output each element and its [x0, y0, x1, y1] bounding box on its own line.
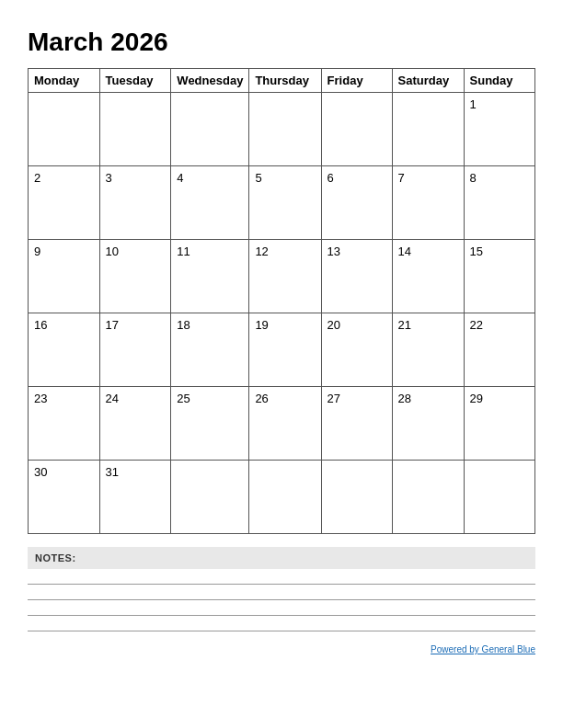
day-number: 8: [470, 171, 477, 185]
calendar-day: 2: [29, 166, 100, 240]
day-number: 1: [470, 97, 477, 111]
calendar-day: [249, 461, 321, 534]
day-number: 14: [398, 245, 411, 258]
calendar-day: 25: [171, 387, 249, 461]
notes-line: [28, 599, 535, 600]
calendar-day: 5: [249, 166, 321, 240]
day-number: 13: [327, 245, 340, 258]
day-number: 15: [470, 245, 483, 258]
day-number: 16: [34, 318, 47, 332]
day-number: 24: [106, 392, 119, 405]
calendar-day: 23: [29, 387, 100, 461]
calendar-week-6: 3031: [29, 461, 535, 534]
calendar-week-4: 16171819202122: [29, 313, 535, 387]
day-number: 29: [470, 392, 483, 405]
day-number: 31: [106, 465, 119, 479]
calendar-day: 24: [99, 387, 171, 461]
day-number: 7: [398, 171, 405, 185]
page-title: March 2026: [28, 28, 535, 57]
day-number: 12: [255, 245, 268, 258]
calendar-day: 20: [321, 313, 392, 387]
calendar-week-1: 1: [29, 93, 535, 166]
calendar-day: 18: [171, 313, 249, 387]
day-number: 28: [398, 392, 411, 405]
calendar-day: 7: [392, 166, 464, 240]
calendar-day: 11: [171, 240, 249, 313]
calendar-day: 6: [321, 166, 392, 240]
calendar-header-wednesday: Wednesday: [171, 69, 249, 93]
calendar-week-5: 23242526272829: [29, 387, 535, 461]
calendar-day: [99, 93, 171, 166]
calendar-day: 4: [171, 166, 249, 240]
day-number: 25: [177, 392, 190, 405]
calendar-day: 16: [29, 313, 100, 387]
calendar-header-row: MondayTuesdayWednesdayThursdayFridaySatu…: [29, 69, 535, 93]
day-number: 19: [255, 318, 268, 332]
calendar-header-sunday: Sunday: [464, 69, 534, 93]
calendar-header-thursday: Thursday: [249, 69, 321, 93]
calendar-day: [171, 461, 249, 534]
calendar-day: 13: [321, 240, 392, 313]
notes-line: [28, 615, 535, 616]
day-number: 27: [327, 392, 340, 405]
day-number: 23: [34, 392, 47, 405]
calendar-day: 15: [464, 240, 534, 313]
day-number: 26: [255, 392, 268, 405]
day-number: 10: [106, 245, 119, 258]
calendar-day: 12: [249, 240, 321, 313]
calendar-day: [392, 93, 464, 166]
day-number: 4: [177, 171, 183, 185]
calendar-day: 8: [464, 166, 534, 240]
calendar-day: [29, 93, 100, 166]
notes-label: NOTES:: [28, 547, 535, 569]
powered-by-link[interactable]: Powered by General Blue: [431, 644, 535, 654]
calendar-day: 22: [464, 313, 534, 387]
calendar-day: 1: [464, 93, 534, 166]
calendar-day: 21: [392, 313, 464, 387]
calendar-day: [392, 461, 464, 534]
calendar-day: [321, 93, 392, 166]
day-number: 18: [177, 318, 190, 332]
day-number: 6: [327, 171, 334, 185]
calendar-day: [171, 93, 249, 166]
calendar-header-monday: Monday: [29, 69, 100, 93]
day-number: 17: [106, 318, 119, 332]
calendar-table: MondayTuesdayWednesdayThursdayFridaySatu…: [28, 68, 535, 534]
calendar-day: 30: [29, 461, 100, 534]
calendar-day: 28: [392, 387, 464, 461]
powered-by[interactable]: Powered by General Blue: [28, 644, 535, 654]
day-number: 11: [177, 245, 190, 258]
calendar-week-2: 2345678: [29, 166, 535, 240]
notes-line: [28, 584, 535, 585]
calendar-day: [321, 461, 392, 534]
day-number: 21: [398, 318, 411, 332]
calendar-week-3: 9101112131415: [29, 240, 535, 313]
calendar-day: 29: [464, 387, 534, 461]
day-number: 22: [470, 318, 483, 332]
calendar-day: 26: [249, 387, 321, 461]
notes-section: NOTES:: [28, 547, 535, 631]
calendar-day: 17: [99, 313, 171, 387]
day-number: 30: [34, 465, 47, 479]
calendar-day: 31: [99, 461, 171, 534]
day-number: 5: [255, 171, 261, 185]
calendar-header-friday: Friday: [321, 69, 392, 93]
calendar-day: 10: [99, 240, 171, 313]
day-number: 9: [34, 245, 40, 258]
day-number: 20: [327, 318, 340, 332]
calendar-day: 9: [29, 240, 100, 313]
calendar-day: 3: [99, 166, 171, 240]
calendar-day: 27: [321, 387, 392, 461]
calendar-day: [249, 93, 321, 166]
day-number: 2: [34, 171, 40, 185]
calendar-day: [464, 461, 534, 534]
notes-line: [28, 631, 535, 631]
calendar-day: 14: [392, 240, 464, 313]
calendar-header-saturday: Saturday: [392, 69, 464, 93]
calendar-day: 19: [249, 313, 321, 387]
calendar-header-tuesday: Tuesday: [99, 69, 171, 93]
day-number: 3: [106, 171, 112, 185]
